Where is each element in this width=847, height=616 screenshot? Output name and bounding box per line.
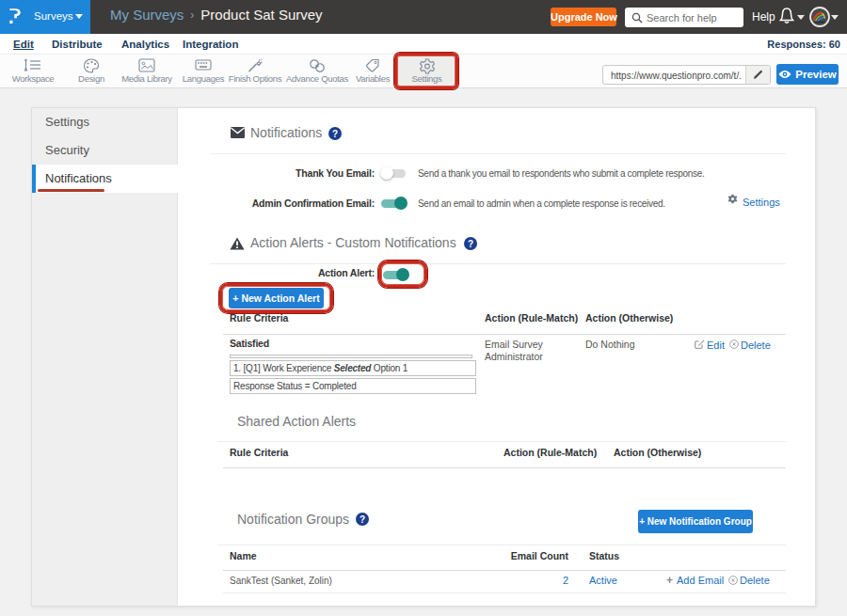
svg-text:?: ? bbox=[360, 514, 365, 525]
svg-text:?: ? bbox=[332, 129, 338, 139]
svg-text:?: ? bbox=[468, 239, 473, 249]
